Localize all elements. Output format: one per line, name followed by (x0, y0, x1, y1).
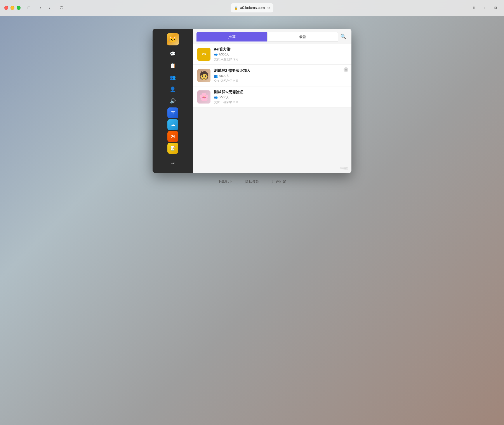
main-area: 🐱 💬 📋 👥 👤 🔊 百 (0, 16, 504, 425)
sidebar: 🐱 💬 📋 👥 👤 🔊 百 (153, 29, 193, 173)
groups-icon: 👥 (170, 75, 176, 80)
group-name: 测试群1-无需验证 (214, 90, 347, 95)
group-list: itel itel官方群 👥 7/500人 交友,兴趣爱好,休闲 🧑 (193, 41, 351, 173)
back-button[interactable]: ‹ (36, 4, 44, 12)
search-icon: 🔍 (340, 34, 346, 40)
titlebar-right: ⬆ ＋ ⧉ (469, 4, 500, 12)
group-info: 测试群2 需要验证加入 👥 7/500人 交友,休闲,学习交流 (214, 68, 347, 83)
members-icon: 👥 (214, 74, 218, 78)
footer: 下载地址 隐私条款 用户协议 (0, 173, 504, 188)
sidebar-item-sound[interactable]: 🔊 (167, 96, 178, 106)
sidebar-item-taobao[interactable]: 淘 (167, 131, 178, 142)
close-group-button[interactable]: × (344, 67, 348, 72)
sidebar-item-chat[interactable]: 💬 (167, 48, 178, 60)
contacts-icon: 📋 (170, 63, 176, 69)
footer-download-link[interactable]: 下载地址 (218, 179, 232, 184)
nav-buttons: ‹ › (35, 4, 53, 12)
sidebar-item-baidu[interactable]: 百 (167, 107, 178, 118)
main-panel: 推荐 最新 🔍 itel itel官方群 👥 (193, 29, 351, 173)
app-window: 🐱 💬 📋 👥 👤 🔊 百 (153, 29, 351, 173)
itel-logo: itel (197, 48, 211, 61)
sidebar-toggle-button[interactable]: ⊞ (25, 4, 33, 12)
group-tags: 交友,兴趣爱好,休闲 (214, 57, 347, 61)
lock-icon: 🔒 (234, 6, 238, 10)
new-tab-button[interactable]: ＋ (481, 4, 489, 12)
tab-bar: 推荐 最新 🔍 (193, 29, 351, 41)
group-thumbnail: 🌸 (197, 90, 211, 104)
footer-privacy-link[interactable]: 隐私条款 (245, 179, 259, 184)
notes-icon: 📝 (170, 146, 175, 151)
group-members: 👥 7/500人 (214, 53, 347, 57)
share-button[interactable]: ⬆ (470, 4, 478, 12)
logout-icon: ⇥ (171, 160, 175, 166)
close-button[interactable] (4, 6, 8, 10)
group-members: 👥 6/500人 (214, 95, 347, 99)
cloud-icon: ☁ (170, 122, 175, 127)
group-item[interactable]: itel itel官方群 👥 7/500人 交友,兴趣爱好,休闲 (193, 44, 351, 65)
profile-icon: 👤 (170, 86, 176, 92)
forward-button[interactable]: › (46, 4, 53, 12)
sidebar-item-cloud[interactable]: ☁ (167, 119, 178, 130)
group-name: itel官方群 (214, 47, 347, 52)
sidebar-item-groups[interactable]: 👥 (167, 72, 178, 83)
group-item[interactable]: 🌸 测试群1-无需验证 👥 6/500人 交友,王者荣耀,星座 (193, 86, 351, 107)
watermark: ©锦鲤 (340, 166, 348, 170)
avatar-image: 🐱 (167, 33, 179, 46)
group-info: 测试群1-无需验证 👥 6/500人 交友,王者荣耀,星座 (214, 90, 347, 104)
tab-latest[interactable]: 最新 (267, 32, 339, 41)
group-item[interactable]: 🧑 测试群2 需要验证加入 👥 7/500人 交友,休闲,学习交流 × (193, 65, 351, 86)
tabs-overview-button[interactable]: ⧉ (492, 4, 500, 12)
group-thumbnail: 🧑 (197, 69, 211, 82)
members-icon: 👥 (214, 96, 218, 99)
logout-button[interactable]: ⇥ (167, 158, 178, 169)
shield-button[interactable]: 🛡 (58, 4, 66, 12)
group-name: 测试群2 需要验证加入 (214, 68, 347, 73)
maximize-button[interactable] (17, 6, 20, 10)
footer-agreement-link[interactable]: 用户协议 (272, 179, 286, 184)
sidebar-item-contacts[interactable]: 📋 (167, 60, 178, 71)
group-members: 👥 7/500人 (214, 74, 347, 78)
reload-button[interactable]: ↻ (267, 6, 270, 10)
taobao-icon: 淘 (171, 134, 175, 139)
address-bar[interactable]: 🔒 a0.koicms.com ↻ (231, 3, 273, 13)
members-icon: 👥 (214, 53, 218, 56)
address-text: a0.koicms.com (240, 6, 265, 10)
chat-icon: 💬 (170, 51, 176, 57)
user-avatar[interactable]: 🐱 (167, 33, 179, 46)
baidu-icon: 百 (171, 111, 175, 115)
group-info: itel官方群 👥 7/500人 交友,兴趣爱好,休闲 (214, 47, 347, 61)
sound-icon: 🔊 (170, 98, 176, 104)
tab-recommended[interactable]: 推荐 (197, 32, 267, 41)
search-button[interactable]: 🔍 (338, 32, 348, 41)
group-tags: 交友,休闲,学习交流 (214, 79, 347, 83)
titlebar: ⊞ ‹ › 🛡 🔒 a0.koicms.com ↻ ⬆ ＋ ⧉ (0, 0, 504, 16)
sidebar-item-profile[interactable]: 👤 (167, 84, 178, 95)
minimize-button[interactable] (11, 6, 14, 10)
group-tags: 交友,王者荣耀,星座 (214, 100, 347, 104)
sidebar-item-notes[interactable]: 📝 (167, 143, 178, 154)
traffic-lights (4, 6, 20, 10)
group-thumbnail: itel (197, 48, 211, 61)
